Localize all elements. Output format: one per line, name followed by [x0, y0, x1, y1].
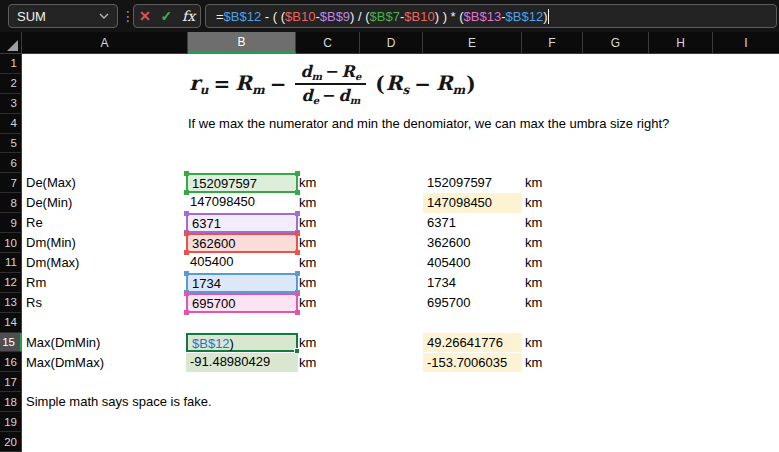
- cell-E8-value[interactable]: 147098450: [423, 193, 522, 213]
- row-header-6[interactable]: 6: [0, 154, 22, 174]
- range-handle[interactable]: [184, 231, 189, 236]
- enter-icon[interactable]: ✓: [160, 8, 172, 24]
- row-header-19[interactable]: 19: [0, 412, 22, 432]
- cell-E15-value[interactable]: 49.26641776: [423, 333, 522, 353]
- col-header-H[interactable]: H: [649, 32, 713, 54]
- eq-numerator: dm−Re: [295, 62, 366, 85]
- range-handle[interactable]: [184, 291, 189, 296]
- range-handle[interactable]: [184, 310, 189, 315]
- cell-B13-ref-highlight[interactable]: 695700: [186, 293, 298, 313]
- cell-B10-ref-highlight[interactable]: 362600: [186, 233, 298, 253]
- data-row-10: Dm(Min) 362600 km 362600 km: [22, 233, 779, 253]
- cell-F13-unit[interactable]: km: [525, 293, 542, 313]
- row-header-18[interactable]: 18: [0, 392, 22, 412]
- cell-A13-label[interactable]: Rs: [26, 293, 42, 313]
- cancel-icon[interactable]: ✕: [139, 8, 151, 24]
- cell-E10-value[interactable]: 362600: [423, 233, 522, 253]
- insert-function-icon[interactable]: fx: [182, 8, 195, 24]
- cell-E9-value[interactable]: 6371: [423, 213, 522, 233]
- cell-F8-unit[interactable]: km: [525, 193, 542, 213]
- cell-C10-unit[interactable]: km: [299, 233, 316, 253]
- cell-A15-label[interactable]: Max(DmMin): [26, 333, 100, 353]
- cell-E12-value[interactable]: 1734: [423, 273, 522, 293]
- cell-F11-unit[interactable]: km: [525, 253, 542, 273]
- cell-E11-value[interactable]: 405400: [423, 253, 522, 273]
- cell-F7-unit[interactable]: km: [525, 173, 542, 193]
- eq-paren: (: [375, 72, 384, 96]
- cell-A11-label[interactable]: Dm(Max): [26, 253, 79, 273]
- cell-C11-unit[interactable]: km: [299, 253, 316, 273]
- eq-sub: e: [355, 71, 361, 82]
- cell-E16-value[interactable]: -153.7006035: [423, 353, 522, 373]
- row-header-9[interactable]: 9: [0, 213, 22, 233]
- cell-C9-unit[interactable]: km: [299, 213, 316, 233]
- cell-A10-label[interactable]: Dm(Min): [26, 233, 76, 253]
- cell-F12-unit[interactable]: km: [525, 273, 542, 293]
- cell-C16-unit[interactable]: km: [299, 353, 316, 373]
- cell-B15-editing[interactable]: $B$12): [186, 333, 298, 353]
- row-header-16[interactable]: 16: [0, 353, 22, 373]
- cell-B8-value[interactable]: 147098450: [186, 193, 298, 213]
- name-box[interactable]: SUM: [8, 4, 118, 28]
- cell-A8-label[interactable]: De(Min): [26, 193, 72, 213]
- row-header-11[interactable]: 11: [0, 253, 22, 273]
- eq-var: d: [300, 62, 311, 81]
- range-handle[interactable]: [184, 211, 189, 216]
- cell-B16-value[interactable]: -91.48980429: [186, 353, 298, 373]
- cell-B12-ref-highlight[interactable]: 1734: [186, 273, 298, 293]
- row-header-15[interactable]: 15: [0, 333, 22, 353]
- cell-C8-unit[interactable]: km: [299, 193, 316, 213]
- row-header-20[interactable]: 20: [0, 432, 22, 452]
- eq-sub: m: [350, 95, 361, 106]
- row-header-10[interactable]: 10: [0, 233, 22, 253]
- formula-toolbar: SUM ⋮ ✕ ✓ fx =$B$12 - ( ($B10-$B$9) / ($…: [0, 0, 779, 32]
- eq-sub: m: [252, 83, 265, 97]
- cell-A18-note[interactable]: Simple math says space is fake.: [26, 392, 212, 412]
- cell-E13-value[interactable]: 695700: [423, 293, 522, 313]
- cell-A16-label[interactable]: Max(DmMax): [26, 353, 104, 373]
- cell-F9-unit[interactable]: km: [525, 213, 542, 233]
- formula-input[interactable]: =$B$12 - ( ($B10-$B$9) / ($B$7-$B10) ) *…: [205, 4, 777, 28]
- row-header-5[interactable]: 5: [0, 134, 22, 154]
- row-header-12[interactable]: 12: [0, 273, 22, 293]
- cell-A9-label[interactable]: Re: [26, 213, 43, 233]
- equation-object[interactable]: ru = Rm − dm−Re de−dm ( Rs − Rm ): [185, 58, 485, 110]
- cell-B7-ref-highlight[interactable]: 152097597: [186, 173, 298, 193]
- cell-A7-label[interactable]: De(Max): [26, 173, 76, 193]
- cell-E7-value[interactable]: 152097597: [423, 173, 522, 193]
- row-header-7[interactable]: 7: [0, 173, 22, 193]
- row-header-2[interactable]: 2: [0, 74, 22, 94]
- row-header-4[interactable]: 4: [0, 114, 22, 134]
- cell-F16-unit[interactable]: km: [525, 353, 542, 373]
- range-handle[interactable]: [184, 171, 189, 176]
- col-header-I[interactable]: I: [713, 32, 779, 54]
- col-header-E[interactable]: E: [423, 32, 522, 54]
- cell-C7-unit[interactable]: km: [299, 173, 316, 193]
- cell-C15-unit[interactable]: km: [299, 333, 316, 353]
- select-all-corner[interactable]: [0, 32, 22, 54]
- column-header-band: A B C D E F G H I: [0, 32, 779, 54]
- cell-B11-value[interactable]: 405400: [186, 253, 298, 273]
- row-header-17[interactable]: 17: [0, 372, 22, 392]
- col-header-D[interactable]: D: [360, 32, 423, 54]
- col-header-G[interactable]: G: [583, 32, 649, 54]
- row-header-3[interactable]: 3: [0, 94, 22, 114]
- row-header-13[interactable]: 13: [0, 293, 22, 313]
- chevron-down-icon[interactable]: [99, 13, 109, 19]
- range-handle[interactable]: [184, 271, 189, 276]
- col-header-C[interactable]: C: [296, 32, 360, 54]
- row-header-14[interactable]: 14: [0, 313, 22, 333]
- row-header-8[interactable]: 8: [0, 193, 22, 213]
- cell-B4-note[interactable]: If we max the numerator and min the deno…: [188, 114, 669, 134]
- cell-F15-unit[interactable]: km: [525, 333, 542, 353]
- eq-var: R: [342, 62, 355, 81]
- cell-B9-ref-highlight[interactable]: 6371: [186, 213, 298, 233]
- cell-C13-unit[interactable]: km: [299, 293, 316, 313]
- cell-A12-label[interactable]: Rm: [26, 273, 46, 293]
- cell-C12-unit[interactable]: km: [299, 273, 316, 293]
- col-header-B[interactable]: B: [188, 32, 296, 54]
- col-header-A[interactable]: A: [22, 32, 188, 54]
- row-header-1[interactable]: 1: [0, 54, 22, 74]
- cell-F10-unit[interactable]: km: [525, 233, 542, 253]
- col-header-F[interactable]: F: [522, 32, 583, 54]
